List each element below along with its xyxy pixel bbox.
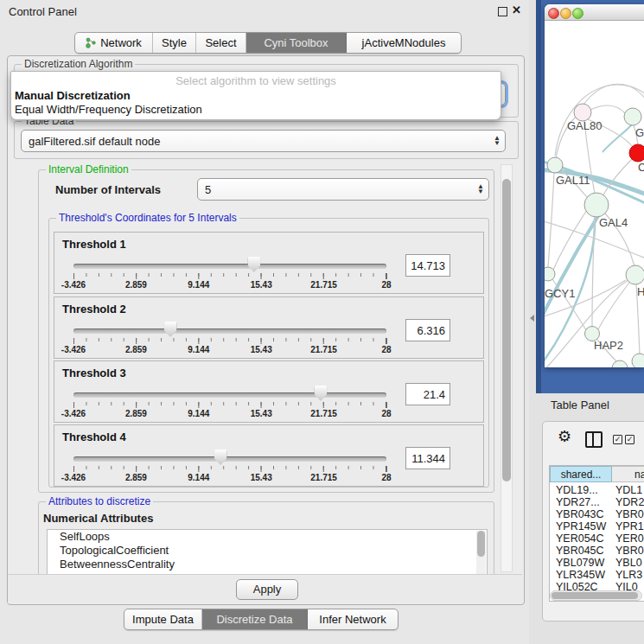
threshold-4-value-field[interactable]: 11.344 [405, 447, 450, 469]
node-label: GA [635, 126, 644, 139]
settings-scrollbar[interactable] [501, 164, 513, 572]
float-window-icon[interactable] [498, 7, 507, 16]
tab-cyni-toolbox[interactable]: Cyni Toolbox [246, 33, 347, 53]
slider-track[interactable] [73, 264, 386, 269]
list-item[interactable]: TopologicalCoefficient [48, 544, 487, 558]
threshold-3-value-field[interactable]: 21.4 [405, 383, 450, 405]
column-header-name[interactable]: na [612, 466, 644, 482]
tab-select[interactable]: Select [196, 33, 246, 53]
edge [590, 105, 625, 113]
minimize-traffic-light-icon[interactable] [560, 8, 571, 19]
table-row[interactable]: YER054CYER0 [550, 532, 644, 545]
node-gcy1[interactable] [545, 267, 555, 281]
slider-thumb[interactable] [247, 257, 260, 272]
threshold-1-slider[interactable] [73, 257, 386, 272]
table-row[interactable]: YBR045CYBR0 [550, 545, 644, 557]
group-title: Attributes to discretize [46, 495, 153, 507]
table-data-combobox[interactable]: galFiltered.sif default node ▲▼ [21, 130, 506, 152]
node-label: HAP2 [594, 339, 623, 352]
slider-tick-labels: -3.426 2.859 9.144 15.43 21.715 28 [73, 473, 386, 482]
table-row[interactable]: YBR043CYBR0 [550, 508, 644, 520]
network-canvas[interactable]: GAL80 GA C GAL11 GAL4 GCY1 H HAP2 [545, 20, 644, 367]
node-bottom-right[interactable] [632, 354, 644, 367]
slider-thumb[interactable] [314, 386, 327, 401]
table-panel-title: Table Panel [551, 399, 609, 411]
node-table: shared... na YDL19...YDL1 YDR27...YDR2 Y… [549, 465, 644, 602]
list-item[interactable]: BetweennessCentrality [48, 558, 487, 571]
threshold-1-panel: Threshold 1 -3.426 2.859 9.144 15.43 21.… [54, 232, 484, 294]
tab-infer-network[interactable]: Infer Network [308, 609, 398, 629]
zoom-traffic-light-icon[interactable] [572, 8, 583, 19]
tab-network[interactable]: Network [75, 33, 153, 53]
column-header-shared-name[interactable]: shared... [550, 466, 612, 482]
list-scrollbar[interactable] [476, 531, 486, 574]
table-row[interactable]: YDL19...YDL1 [550, 484, 644, 496]
node-gal80[interactable] [574, 104, 591, 121]
node-label: H [637, 285, 644, 298]
threshold-4-slider[interactable] [73, 450, 386, 465]
close-icon[interactable]: ✕ [512, 3, 521, 16]
slider-track[interactable] [73, 328, 386, 334]
threshold-3-label: Threshold 3 [62, 367, 126, 379]
node-selected-red[interactable] [629, 144, 644, 162]
tab-style[interactable]: Style [153, 33, 196, 53]
node-label: C [638, 161, 644, 174]
scrollbar-thumb[interactable] [552, 592, 638, 599]
slider-track[interactable] [73, 392, 386, 398]
node-label: GAL4 [599, 216, 628, 229]
node-right-mid[interactable] [626, 265, 644, 284]
dropdown-option-manual[interactable]: Manual Discretization [14, 89, 498, 102]
tab-discretize-data[interactable]: Discretize Data [202, 609, 308, 629]
threshold-2-label: Threshold 2 [62, 303, 126, 316]
threshold-2-value-field[interactable]: 6.316 [405, 319, 450, 341]
node-top-right[interactable] [624, 108, 641, 125]
node-gal11[interactable] [547, 157, 563, 173]
table-data-value: galFiltered.sif default node [29, 135, 160, 148]
table-row[interactable]: YBL079WYBL0 [550, 557, 644, 569]
close-traffic-light-icon[interactable] [548, 8, 559, 19]
node-label: GAL80 [567, 119, 602, 132]
checkbox-icon[interactable]: ✓ [613, 435, 622, 444]
dropdown-prompt: Select algorithm to view settings [11, 74, 501, 87]
list-item[interactable]: SelfLoops [48, 530, 487, 544]
network-window-titlebar[interactable] [545, 4, 644, 21]
table-row[interactable]: YPR145WYPR1 [550, 520, 644, 532]
combo-arrows-icon: ▲▼ [477, 179, 484, 200]
slider-track[interactable] [73, 456, 386, 462]
tab-impute-data[interactable]: Impute Data [124, 609, 202, 629]
gear-icon[interactable]: ⚙ [558, 429, 571, 444]
algorithm-dropdown-popup: Select algorithm to view settings Manual… [10, 71, 501, 120]
slider-thumb[interactable] [214, 450, 227, 465]
number-of-intervals-combobox[interactable]: 5 ▲▼ [197, 178, 489, 201]
combo-arrows-icon: ▲▼ [494, 131, 501, 151]
node-bottom[interactable] [612, 360, 628, 367]
panel-resize-arrow[interactable] [530, 315, 534, 322]
threshold-2-panel: Threshold 2 -3.426 2.859 9.144 15.43 21.… [54, 296, 484, 359]
table-horizontal-scrollbar[interactable] [550, 590, 642, 601]
attributes-list[interactable]: SelfLoops TopologicalCoefficient Between… [47, 529, 488, 576]
columns-icon[interactable] [585, 431, 603, 448]
slider-thumb[interactable] [164, 322, 177, 337]
threshold-1-value-field[interactable]: 14.713 [405, 254, 450, 277]
numerical-attributes-heading: Numerical Attributes [43, 512, 153, 525]
slider-major-ticks [73, 466, 387, 472]
scrollbar-thumb[interactable] [502, 179, 511, 481]
threshold-2-slider[interactable] [73, 322, 386, 337]
threshold-1-label: Threshold 1 [62, 238, 126, 251]
dropdown-option-equal-width[interactable]: Equal Width/Frequency Discretization [14, 103, 498, 116]
threshold-3-slider[interactable] [73, 386, 386, 401]
edge [583, 84, 644, 105]
table-row[interactable]: YDR27...YDR2 [550, 496, 644, 508]
group-title: Discretization Algorithm [22, 58, 135, 70]
table-row[interactable]: YLR345WYLR3 [550, 569, 644, 581]
network-icon [86, 37, 96, 48]
checkbox-icon[interactable]: ✓ [625, 435, 634, 444]
node-gal4[interactable] [584, 193, 609, 217]
slider-tick-labels: -3.426 2.859 9.144 15.43 21.715 28 [73, 409, 386, 418]
application-window: Control Panel ✕ Network Style Select Cyn… [0, 0, 644, 644]
bottom-tab-bar: Impute Data Discretize Data Infer Networ… [124, 609, 399, 630]
scrollbar-thumb[interactable] [477, 531, 485, 557]
apply-button[interactable]: Apply [236, 579, 298, 600]
intervals-value: 5 [205, 183, 211, 196]
tab-jactivemnodules[interactable]: jActiveMNodules [347, 33, 461, 53]
